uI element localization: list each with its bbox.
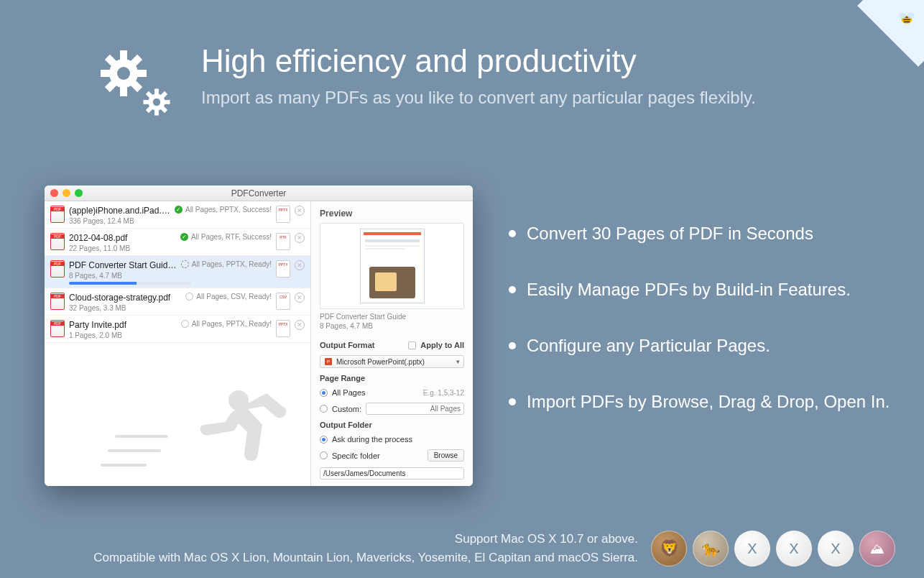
hero-subtitle: Import as many PDFs as you like to conve…: [201, 88, 756, 108]
file-row[interactable]: 2012-04-08.pdf22 Pages, 11.0 MB✓All Page…: [45, 229, 310, 256]
preview-thumbnail: [320, 223, 464, 309]
file-status: All Pages, CSV, Ready!: [196, 293, 272, 301]
svg-rect-6: [101, 70, 111, 77]
output-format-icon[interactable]: CSV: [276, 293, 290, 310]
row-remove-button[interactable]: ✕: [295, 206, 305, 216]
status-icon: [181, 260, 189, 268]
close-icon[interactable]: [50, 189, 58, 197]
row-remove-button[interactable]: ✕: [295, 293, 305, 303]
sierra-os-icon: ⛰: [859, 531, 895, 566]
pdf-file-icon: [50, 320, 65, 337]
window-title: PDFConverter: [231, 188, 287, 198]
feature-bullet: Convert 30 Pages of PDF in Seconds: [509, 223, 897, 244]
file-meta: 8 Pages, 4.7 MB: [69, 272, 177, 280]
footer-line-1: Support Mac OS X 10.7 or above.: [93, 530, 638, 549]
svg-point-2: [907, 13, 915, 19]
file-meta: 336 Pages, 12.4 MB: [69, 217, 170, 225]
page-range-all-radio[interactable]: [320, 389, 328, 397]
output-format-icon[interactable]: PPTX: [276, 206, 290, 223]
svg-point-22: [153, 98, 160, 106]
hero-section: High efficiency and productivity Import …: [93, 43, 756, 129]
output-folder-specific-radio[interactable]: [320, 451, 328, 459]
gears-icon: [93, 43, 180, 129]
svg-rect-14: [154, 88, 159, 94]
bullet-dot-icon: [509, 342, 516, 349]
file-meta: 32 Pages, 3.3 MB: [69, 304, 181, 312]
file-status: All Pages, PPTX, Ready!: [192, 260, 272, 268]
output-format-label: Output Format: [320, 341, 374, 349]
mavericks-os-icon: X: [734, 531, 770, 566]
file-status: All Pages, RTF, Success!: [191, 233, 272, 241]
file-name: 2012-04-08.pdf: [69, 233, 176, 243]
svg-rect-7: [137, 70, 147, 77]
apply-to-all-checkbox[interactable]: [408, 341, 416, 349]
feature-bullet: Easily Manage PDFs by Build-in Features.: [509, 279, 897, 301]
file-row[interactable]: PDF Converter Start Guide for iPad.pdf8 …: [45, 256, 310, 288]
bullet-dot-icon: [509, 286, 516, 293]
file-row[interactable]: (apple)iPhone.and.iPad.Apps.for.Ab...336…: [45, 201, 310, 229]
app-window: PDFConverter (apple)iPhone.and.iPad.Apps…: [45, 185, 473, 486]
file-row[interactable]: Party Invite.pdf1 Pages, 2.0 MBAll Pages…: [45, 316, 310, 343]
svg-point-12: [117, 67, 130, 80]
svg-rect-17: [164, 100, 170, 104]
output-format-icon[interactable]: RTF: [276, 233, 290, 250]
file-list: (apple)iPhone.and.iPad.Apps.for.Ab...336…: [45, 201, 310, 486]
file-row[interactable]: Cloud-storage-strategy.pdf32 Pages, 3.3 …: [45, 288, 310, 316]
output-folder-path-input[interactable]: [320, 467, 464, 480]
svg-rect-5: [120, 86, 127, 96]
page-range-label: Page Range: [320, 374, 365, 382]
row-remove-button[interactable]: ✕: [295, 260, 305, 270]
file-meta: 22 Pages, 11.0 MB: [69, 244, 176, 252]
minimize-icon[interactable]: [63, 189, 70, 197]
footer: Support Mac OS X 10.7 or above. Compatib…: [0, 530, 924, 566]
pdf-file-icon: [50, 233, 65, 250]
conversion-progress: [69, 282, 191, 285]
file-status: All Pages, PPTX, Success!: [185, 206, 272, 214]
output-folder-ask-radio[interactable]: [320, 436, 328, 444]
output-format-select[interactable]: P Microsoft PowerPoint(.pptx): [320, 355, 464, 368]
svg-rect-16: [143, 100, 149, 104]
file-meta: 1 Pages, 2.0 MB: [69, 331, 177, 339]
mountain-lion-os-icon: 🐆: [693, 531, 729, 566]
row-remove-button[interactable]: ✕: [295, 233, 305, 243]
page-range-custom-input[interactable]: [366, 403, 464, 415]
el-capitan-os-icon: X: [818, 531, 854, 566]
file-name: PDF Converter Start Guide for iPad.pdf: [69, 260, 177, 270]
bullet-text: Easily Manage PDFs by Build-in Features.: [527, 279, 851, 301]
status-icon: ✓: [175, 206, 183, 214]
hero-title: High efficiency and productivity: [201, 43, 756, 79]
pdf-file-icon: [50, 293, 65, 310]
file-list-pane: (apple)iPhone.and.iPad.Apps.for.Ab...336…: [45, 201, 311, 486]
output-format-icon[interactable]: PPTX: [276, 260, 290, 277]
runner-watermark-icon: [88, 379, 303, 480]
zoom-icon[interactable]: [75, 189, 83, 197]
browse-button[interactable]: Browse: [428, 449, 464, 462]
traffic-lights: [50, 189, 83, 197]
bullet-text: Configure any Particular Pages.: [527, 335, 770, 357]
page-range-eg-hint: E.g. 1,5,3-12: [370, 389, 464, 397]
lion-os-icon: 🦁: [651, 531, 687, 566]
svg-point-1: [900, 13, 907, 19]
pdf-file-icon: [50, 206, 65, 223]
svg-rect-4: [120, 50, 127, 60]
output-folder-label: Output Folder: [320, 421, 372, 429]
yosemite-os-icon: X: [776, 531, 812, 566]
row-remove-button[interactable]: ✕: [295, 320, 305, 330]
footer-line-2: Compatible with Mac OS X Lion, Mountain …: [93, 549, 638, 567]
status-icon: [185, 293, 193, 301]
corner-badge: [852, 0, 924, 72]
page-range-custom-radio[interactable]: [320, 405, 328, 413]
status-icon: ✓: [180, 233, 188, 241]
file-status: All Pages, PPTX, Ready!: [192, 320, 272, 328]
bee-icon: [895, 6, 918, 29]
pdf-file-icon: [50, 260, 65, 277]
preview-label: Preview: [320, 208, 464, 219]
output-format-icon[interactable]: PPTX: [276, 320, 290, 337]
preview-meta: PDF Converter Start Guide 8 Pages, 4.7 M…: [320, 312, 464, 331]
output-folder-specific-label: Specifc folder: [332, 451, 380, 460]
feature-bullet: Configure any Particular Pages.: [509, 335, 897, 357]
file-name: Cloud-storage-strategy.pdf: [69, 293, 181, 303]
bullet-dot-icon: [509, 230, 516, 237]
svg-rect-15: [154, 109, 159, 115]
feature-bullets: Convert 30 Pages of PDF in SecondsEasily…: [509, 223, 897, 447]
